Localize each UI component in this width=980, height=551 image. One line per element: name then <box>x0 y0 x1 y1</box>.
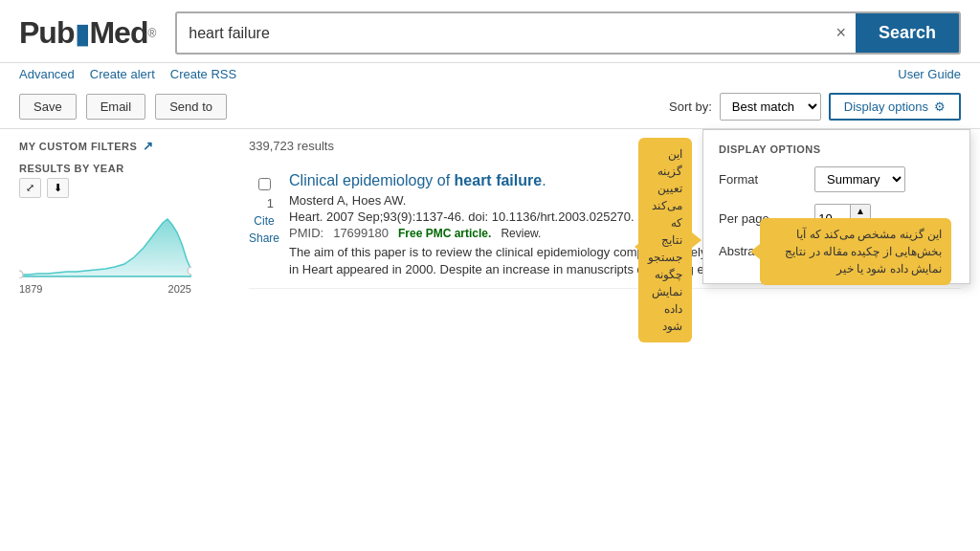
results-area: 339,723 results 1 Cite Share Clinical ep… <box>230 139 961 295</box>
email-button[interactable]: Email <box>86 94 146 120</box>
export-icon[interactable]: ↗ <box>143 139 154 153</box>
pmid-value: 17699180 <box>333 226 389 240</box>
cite-button[interactable]: Cite <box>254 214 274 228</box>
article-title-post: . <box>542 172 546 188</box>
subheader: Advanced Create alert Create RSS User Gu… <box>0 63 980 85</box>
format-callout: این گزینه تعیین می‌کند که نتایج جستجو چگ… <box>638 138 692 342</box>
advanced-link[interactable]: Advanced <box>19 67 75 81</box>
abstract-callout: این گزینه مشخص می‌کند که آیا بخش‌هایی از… <box>760 218 951 285</box>
header: Pub▮Med ® × Search <box>0 0 980 63</box>
logo-bookmark: ▮ <box>75 19 88 49</box>
sort-by: Sort by: Best match Most recent Display … <box>669 93 961 121</box>
toolbar: Save Email Send to Sort by: Best match M… <box>0 85 980 129</box>
svg-point-1 <box>19 271 23 278</box>
create-rss-link[interactable]: Create RSS <box>170 67 236 81</box>
free-pmc-badge[interactable]: Free PMC article. <box>398 227 491 240</box>
custom-filters-section: MY CUSTOM FILTERS ↗ <box>19 139 230 153</box>
article-checkbox[interactable] <box>258 178 271 190</box>
logo-reg: ® <box>147 27 156 40</box>
display-options-button[interactable]: Display options ⚙ <box>829 93 961 121</box>
format-row: Format Summary Abstract PubMed PMID List <box>719 166 954 192</box>
search-clear-button[interactable]: × <box>826 17 856 49</box>
format-select[interactable]: Summary Abstract PubMed PMID List <box>814 166 905 192</box>
year-chart <box>19 202 191 278</box>
logo: Pub▮Med ® <box>19 15 156 51</box>
search-input[interactable] <box>177 15 826 52</box>
search-bar: × Search <box>175 11 961 55</box>
user-guide-link[interactable]: User Guide <box>898 67 961 81</box>
article-actions: 1 Cite Share <box>249 172 279 278</box>
results-by-year-label: RESULTS BY YEAR <box>19 163 230 174</box>
pmid-label: PMID: <box>289 226 323 240</box>
svg-point-2 <box>188 267 191 275</box>
subheader-left: Advanced Create alert Create RSS <box>19 67 236 81</box>
send-to-button[interactable]: Send to <box>155 94 227 120</box>
panel-title: DISPLAY OPTIONS <box>719 143 954 155</box>
article-title-highlight: heart failure <box>455 172 543 188</box>
search-button[interactable]: Search <box>856 13 959 53</box>
main: MY CUSTOM FILTERS ↗ RESULTS BY YEAR ⤢ ⬇ <box>0 129 980 304</box>
year-end: 2025 <box>168 283 191 295</box>
logo-text: Pub▮Med <box>19 15 147 51</box>
article-title-pre: Clinical epidemiology of <box>289 172 455 188</box>
sort-select[interactable]: Best match Most recent <box>720 93 821 121</box>
results-by-year: RESULTS BY YEAR ⤢ ⬇ <box>19 163 230 295</box>
year-labels: 1879 2025 <box>19 283 191 295</box>
chart-toolbar: ⤢ ⬇ <box>19 178 230 198</box>
create-alert-link[interactable]: Create alert <box>90 67 155 81</box>
gear-icon: ⚙ <box>934 99 946 114</box>
sort-by-label: Sort by: <box>669 99 712 114</box>
sidebar: MY CUSTOM FILTERS ↗ RESULTS BY YEAR ⤢ ⬇ <box>19 139 230 295</box>
share-button[interactable]: Share <box>249 231 279 245</box>
year-start: 1879 <box>19 283 42 295</box>
save-button[interactable]: Save <box>19 94 77 120</box>
format-label: Format <box>719 172 805 187</box>
display-options-label: Display options <box>844 99 928 114</box>
review-tag: Review. <box>501 227 541 240</box>
chart-zoom-button[interactable]: ⤢ <box>19 178 41 198</box>
article-num: 1 <box>255 194 274 210</box>
custom-filters-label: MY CUSTOM FILTERS <box>19 141 137 152</box>
stepper-up[interactable]: ▲ <box>851 205 870 218</box>
chart-download-button[interactable]: ⬇ <box>47 178 69 198</box>
